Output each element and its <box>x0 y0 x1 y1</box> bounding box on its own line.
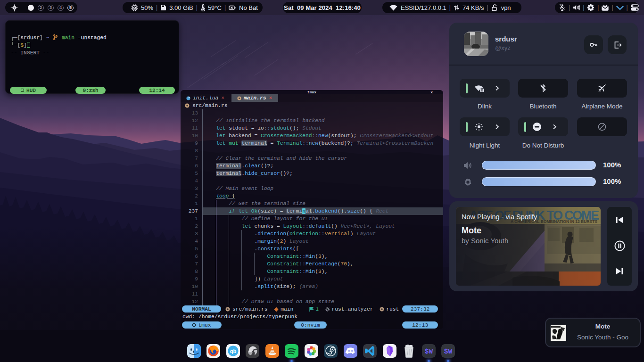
svg-text:$W: $W <box>444 348 453 355</box>
svg-text:qb: qb <box>230 348 236 354</box>
svg-text:$W: $W <box>424 348 433 355</box>
